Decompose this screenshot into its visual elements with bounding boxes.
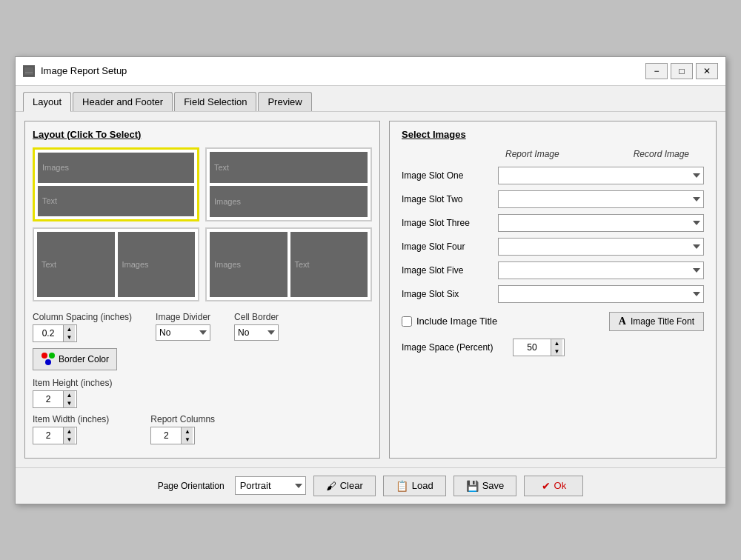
clear-icon: 🖌 — [326, 480, 336, 492]
cell-border-select[interactable]: No Yes — [234, 324, 279, 341]
title-bar: Image Report Setup − □ ✕ — [16, 57, 725, 86]
item-height-down[interactable]: ▼ — [63, 399, 75, 407]
item-height-spinners: ▲ ▼ — [63, 391, 75, 407]
slot-6-dropdown[interactable] — [498, 285, 704, 303]
slot-5-label: Image Slot Five — [402, 265, 498, 276]
maximize-button[interactable]: □ — [671, 63, 693, 79]
load-label: Load — [412, 480, 433, 491]
slot-row-3: Image Slot Three — [402, 214, 704, 232]
layout-block-text2: Text — [210, 152, 368, 183]
layout-block-images2: Images — [210, 186, 368, 217]
report-columns-up[interactable]: ▲ — [181, 427, 193, 436]
layout-option-images-text-2col[interactable]: Images Text — [205, 227, 372, 301]
column-spacing-down[interactable]: ▼ — [63, 333, 75, 341]
slot-2-dropdown[interactable] — [498, 190, 704, 208]
slot-1-label: Image Slot One — [402, 170, 498, 181]
layout-block-text4: Text — [290, 232, 368, 297]
layout-block-images4: Images — [210, 232, 288, 297]
tab-layout[interactable]: Layout — [23, 92, 71, 112]
image-title-font-button[interactable]: A Image Title Font — [609, 312, 704, 331]
orientation-select[interactable]: Portrait Landscape — [235, 476, 306, 495]
item-width-label: Item Width (inches) — [33, 414, 109, 424]
svg-point-6 — [45, 359, 51, 365]
select-images-title: Select Images — [402, 129, 704, 140]
slot-6-label: Image Slot Six — [402, 289, 498, 299]
include-title-row: Include Image Title A Image Title Font — [402, 312, 704, 331]
column-spacing-up[interactable]: ▲ — [63, 325, 75, 333]
svg-point-5 — [49, 353, 55, 359]
slot-2-label: Image Slot Two — [402, 194, 498, 204]
svg-rect-1 — [25, 69, 28, 71]
slot-1-dropdown[interactable] — [498, 167, 704, 184]
include-title-checkbox-area: Include Image Title — [402, 316, 603, 327]
slot-4-dropdown[interactable] — [498, 238, 704, 256]
save-icon: 💾 — [466, 480, 479, 492]
report-columns-spinners: ▲ ▼ — [181, 427, 193, 444]
window-title: Image Report Setup — [41, 65, 645, 76]
save-label: Save — [482, 480, 505, 491]
main-window: Image Report Setup − □ ✕ Layout Header a… — [15, 56, 726, 504]
border-color-button[interactable]: Border Color — [33, 348, 117, 370]
image-space-input: ▲ ▼ — [513, 339, 565, 356]
cell-border-group: Cell Border No Yes — [234, 312, 279, 341]
orientation-label: Page Orientation — [158, 481, 225, 491]
report-columns-input: ▲ ▼ — [150, 427, 195, 444]
svg-rect-2 — [30, 69, 33, 71]
report-columns-down[interactable]: ▼ — [181, 436, 193, 444]
app-icon — [23, 65, 35, 77]
tab-preview[interactable]: Preview — [258, 92, 311, 111]
image-space-up[interactable]: ▲ — [551, 339, 562, 347]
column-spacing-spinners: ▲ ▼ — [63, 325, 75, 341]
image-space-row: Image Space (Percent) ▲ ▼ — [402, 339, 704, 356]
main-content: Layout (Click To Select) Images Text Tex… — [16, 112, 725, 467]
include-title-checkbox[interactable] — [402, 316, 412, 327]
item-width-up[interactable]: ▲ — [63, 427, 75, 436]
tab-field-selection[interactable]: Field Selection — [174, 92, 256, 111]
slot-row-6: Image Slot Six — [402, 285, 704, 303]
slot-row-5: Image Slot Five — [402, 261, 704, 279]
load-button[interactable]: 📋 Load — [383, 476, 446, 496]
item-width-field[interactable] — [33, 429, 63, 442]
item-width-spinners: ▲ ▼ — [63, 427, 75, 444]
settings-row-1: Column Spacing (inches) ▲ ▼ Image Divide… — [33, 312, 372, 342]
item-height-group: Item Height (inches) ▲ ▼ — [33, 378, 112, 408]
right-panel: Select Images Report Image Record Image … — [389, 121, 717, 459]
image-divider-label: Image Divider — [156, 312, 210, 322]
minimize-button[interactable]: − — [645, 63, 668, 79]
layout-block-images3: Images — [118, 232, 196, 297]
layout-panel-title: Layout (Click To Select) — [33, 129, 372, 140]
layout-block-text: Text — [38, 186, 194, 216]
layout-option-text-images[interactable]: Text Images — [205, 147, 372, 221]
col-header-report: Report Image — [505, 149, 559, 159]
item-width-input: ▲ ▼ — [33, 427, 77, 444]
report-columns-label: Report Columns — [150, 414, 215, 424]
clear-button[interactable]: 🖌 Clear — [313, 476, 376, 496]
slot-5-dropdown[interactable] — [498, 261, 704, 279]
font-btn-label: Image Title Font — [631, 316, 694, 327]
image-space-down[interactable]: ▼ — [551, 347, 562, 356]
image-space-label: Image Space (Percent) — [402, 342, 505, 353]
paint-icon — [41, 352, 56, 367]
window-controls: − □ ✕ — [645, 63, 718, 79]
column-spacing-field[interactable] — [33, 327, 63, 340]
image-divider-select[interactable]: No Yes — [156, 324, 210, 341]
layout-option-images-text[interactable]: Images Text — [33, 147, 199, 221]
item-width-group: Item Width (inches) ▲ ▼ — [33, 414, 109, 444]
item-height-up[interactable]: ▲ — [63, 391, 75, 399]
slot-3-label: Image Slot Three — [402, 218, 498, 228]
tab-header-footer[interactable]: Header and Footer — [73, 92, 173, 111]
slot-row-2: Image Slot Two — [402, 190, 704, 208]
image-space-field[interactable] — [514, 341, 551, 354]
ok-button[interactable]: ✔ Ok — [524, 476, 583, 496]
item-height-field[interactable] — [33, 393, 63, 406]
column-headers: Report Image Record Image — [402, 149, 704, 159]
close-button[interactable]: ✕ — [696, 63, 718, 79]
clear-label: Clear — [340, 480, 363, 491]
report-columns-field[interactable] — [151, 429, 181, 442]
save-button[interactable]: 💾 Save — [453, 476, 517, 496]
slot-row-1: Image Slot One — [402, 167, 704, 184]
bottom-bar: Page Orientation Portrait Landscape 🖌 Cl… — [16, 467, 725, 504]
slot-3-dropdown[interactable] — [498, 214, 704, 232]
item-width-down[interactable]: ▼ — [63, 436, 75, 444]
layout-option-text-images-2col[interactable]: Text Images — [33, 227, 199, 301]
